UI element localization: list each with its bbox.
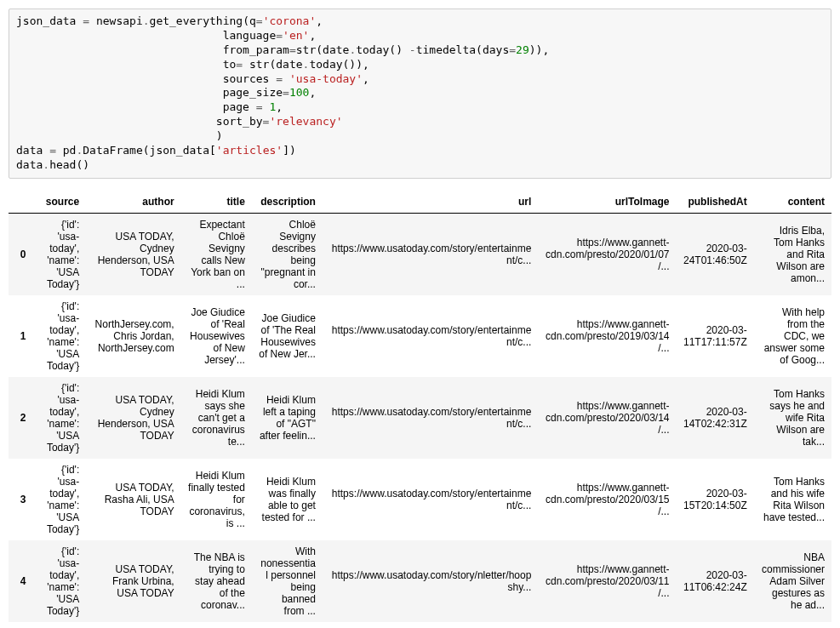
cell-publishedat: 2020-03-11T06:42:24Z — [677, 540, 754, 622]
cell-title: The NBA is trying to stay ahead of the c… — [181, 540, 252, 622]
cell-url: https://www.usatoday.com/story/entertain… — [323, 377, 538, 459]
row-index: 3 — [9, 459, 32, 540]
arg-sort-by: 'relevancy' — [269, 115, 342, 128]
table-row: 4 {'id': 'usa-today', 'name': 'USA Today… — [9, 540, 831, 622]
cell-publishedat: 2020-03-14T02:42:31Z — [677, 377, 754, 459]
cell-author: USA TODAY, Rasha Ali, USA TODAY — [86, 459, 180, 540]
row-index: 1 — [9, 295, 32, 377]
arg-page-size: 100 — [289, 86, 309, 99]
cell-title: Heidi Klum says she can't get a coronavi… — [181, 377, 252, 459]
cell-source: {'id': 'usa-today', 'name': 'USA Today'} — [32, 377, 86, 459]
cell-title: Joe Giudice of 'Real Housewives of New J… — [181, 295, 252, 377]
arg-language: 'en' — [283, 29, 309, 42]
cell-content: With help from the CDC, we answer some o… — [754, 295, 831, 377]
cell-description: Joe Giudice of 'The Real Housewives of N… — [252, 295, 323, 377]
cell-url: https://www.usatoday.com/story/entertain… — [323, 459, 538, 540]
header-content: content — [754, 191, 831, 214]
header-publishedat: publishedAt — [677, 191, 754, 214]
cell-author: USA TODAY, Cydney Henderson, USA TODAY — [86, 213, 180, 295]
cell-title: Expectant Chloë Sevigny calls New York b… — [181, 213, 252, 295]
cell-urltoimage: https://www.gannett-cdn.com/presto/2020/… — [538, 540, 676, 622]
table-row: 2 {'id': 'usa-today', 'name': 'USA Today… — [9, 377, 831, 459]
header-source: source — [32, 191, 86, 214]
arg-sources: 'usa-today' — [289, 72, 363, 85]
table-row: 0 {'id': 'usa-today', 'name': 'USA Today… — [9, 213, 831, 295]
header-url: url — [323, 191, 538, 214]
cell-source: {'id': 'usa-today', 'name': 'USA Today'} — [32, 295, 86, 377]
cell-source: {'id': 'usa-today', 'name': 'USA Today'} — [32, 459, 86, 540]
cell-description: Heidi Klum left a taping of "AGT" after … — [252, 377, 323, 459]
cell-description: Heidi Klum was finally able to get teste… — [252, 459, 323, 540]
table-row: 1 {'id': 'usa-today', 'name': 'USA Today… — [9, 295, 831, 377]
cell-url: https://www.usatoday.com/story/entertain… — [323, 295, 538, 377]
cell-author: NorthJersey.com, Chris Jordan, NorthJers… — [86, 295, 180, 377]
cell-description: With nonessential personnel being banned… — [252, 540, 323, 622]
cell-publishedat: 2020-03-24T01:46:50Z — [677, 213, 754, 295]
header-urltoimage: urlToImage — [538, 191, 676, 214]
header-index — [9, 191, 32, 214]
header-row: source author title description url urlT… — [9, 191, 831, 214]
cell-publishedat: 2020-03-15T20:14:50Z — [677, 459, 754, 540]
cell-source: {'id': 'usa-today', 'name': 'USA Today'} — [32, 540, 86, 622]
header-description: description — [252, 191, 323, 214]
arg-days: 29 — [516, 43, 529, 56]
table-row: 3 {'id': 'usa-today', 'name': 'USA Today… — [9, 459, 831, 540]
header-author: author — [86, 191, 180, 214]
cell-author: USA TODAY, Cydney Henderson, USA TODAY — [86, 377, 180, 459]
code-cell[interactable]: json_data = newsapi.get_everything(q='co… — [9, 9, 831, 179]
row-index: 2 — [9, 377, 32, 459]
row-index: 4 — [9, 540, 32, 622]
cell-urltoimage: https://www.gannett-cdn.com/presto/2020/… — [538, 377, 676, 459]
dict-key: 'articles' — [216, 144, 283, 157]
arg-q: 'corona' — [263, 14, 317, 27]
cell-content: Tom Hanks says he and wife Rita Wilson a… — [754, 377, 831, 459]
row-index: 0 — [9, 213, 32, 295]
cell-author: USA TODAY, Frank Urbina, USA TODAY — [86, 540, 180, 622]
cell-urltoimage: https://www.gannett-cdn.com/presto/2020/… — [538, 213, 676, 295]
cell-url: https://www.usatoday.com/story/entertain… — [323, 213, 538, 295]
cell-urltoimage: https://www.gannett-cdn.com/presto/2019/… — [538, 295, 676, 377]
cell-publishedat: 2020-03-11T17:11:57Z — [677, 295, 754, 377]
cell-urltoimage: https://www.gannett-cdn.com/presto/2020/… — [538, 459, 676, 540]
cell-content: Tom Hanks and his wife Rita Wilson have … — [754, 459, 831, 540]
cell-url: https://www.usatoday.com/story/nletter/h… — [323, 540, 538, 622]
header-title: title — [181, 191, 252, 214]
dataframe-output: source author title description url urlT… — [9, 191, 831, 622]
cell-title: Heidi Klum finally tested for coronaviru… — [181, 459, 252, 540]
cell-source: {'id': 'usa-today', 'name': 'USA Today'} — [32, 213, 86, 295]
cell-content: NBA commissioner Adam Silver gestures as… — [754, 540, 831, 622]
cell-content: Idris Elba, Tom Hanks and Rita Wilson ar… — [754, 213, 831, 295]
cell-description: Chloë Sevigny describes being "pregnant … — [252, 213, 323, 295]
